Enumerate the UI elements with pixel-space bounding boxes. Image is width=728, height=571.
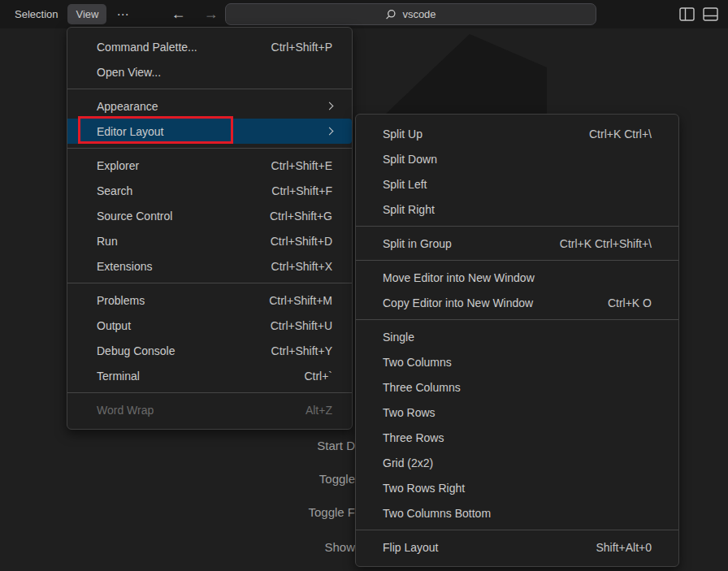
submenu-item-copy-editor-into-new-window[interactable]: Copy Editor into New Window Ctrl+K O xyxy=(356,290,678,315)
menu-item-label: Three Columns xyxy=(383,381,461,394)
menu-item-explorer[interactable]: Explorer Ctrl+Shift+E xyxy=(67,153,352,178)
menu-item-label: Two Columns Bottom xyxy=(383,507,491,520)
menu-item-shortcut: Ctrl+Shift+U xyxy=(271,319,332,332)
chevron-right-icon xyxy=(326,102,334,110)
vscode-logo-watermark xyxy=(349,28,552,114)
submenu-item-two-rows[interactable]: Two Rows xyxy=(356,400,678,425)
menu-separator xyxy=(356,530,678,530)
menu-separator xyxy=(67,283,352,283)
submenu-item-split-up[interactable]: Split Up Ctrl+K Ctrl+\ xyxy=(356,121,678,146)
chevron-right-icon xyxy=(326,128,334,136)
menu-item-shortcut: Ctrl+K O xyxy=(608,296,652,309)
search-icon xyxy=(385,9,396,20)
menubar-more-icon[interactable]: ⋯ xyxy=(108,3,137,26)
menu-separator xyxy=(356,260,678,261)
submenu-item-split-in-group[interactable]: Split in Group Ctrl+K Ctrl+Shift+\ xyxy=(356,231,678,256)
menu-separator xyxy=(67,89,352,89)
menubar-item-view[interactable]: View xyxy=(67,4,106,24)
menu-item-problems[interactable]: Problems Ctrl+Shift+M xyxy=(67,288,352,313)
menu-item-shortcut: Ctrl+Shift+M xyxy=(269,294,332,307)
menu-separator xyxy=(356,226,678,227)
submenu-item-three-columns[interactable]: Three Columns xyxy=(356,374,678,400)
menu-item-shortcut: Ctrl+K Ctrl+\ xyxy=(589,128,652,141)
menu-item-extensions[interactable]: Extensions Ctrl+Shift+X xyxy=(67,253,352,279)
menu-item-source-control[interactable]: Source Control Ctrl+Shift+G xyxy=(67,203,352,228)
menu-item-label: Flip Layout xyxy=(383,541,438,554)
menu-item-label: Grid (2x2) xyxy=(383,456,433,469)
submenu-item-three-rows[interactable]: Three Rows xyxy=(356,425,678,450)
menu-item-label: Source Control xyxy=(97,210,172,223)
submenu-item-two-columns[interactable]: Two Columns xyxy=(356,349,678,374)
background-text-show: Show xyxy=(324,540,355,554)
menu-item-label: Single xyxy=(383,331,414,344)
menu-item-label: Open View... xyxy=(97,66,161,79)
menu-item-editor-layout[interactable]: Editor Layout xyxy=(67,119,352,144)
menu-item-label: Two Rows xyxy=(383,406,436,419)
menu-item-label: Terminal xyxy=(97,370,140,383)
submenu-item-move-editor-into-new-window[interactable]: Move Editor into New Window xyxy=(356,265,678,290)
navigate-forward-icon[interactable]: → xyxy=(194,6,227,23)
menu-item-label: Split Up xyxy=(383,128,422,141)
submenu-item-two-columns-bottom[interactable]: Two Columns Bottom xyxy=(356,500,678,526)
menu-item-label: Debug Console xyxy=(97,344,176,357)
submenu-item-grid-2x2[interactable]: Grid (2x2) xyxy=(356,450,678,475)
menu-item-label: Move Editor into New Window xyxy=(383,271,535,284)
menu-item-label: Copy Editor into New Window xyxy=(383,296,533,309)
background-text-start-debugging: Start D xyxy=(317,439,355,452)
navigate-back-icon[interactable]: ← xyxy=(162,6,194,23)
background-text-toggle-f: Toggle F xyxy=(308,505,355,519)
menu-item-shortcut: Ctrl+Shift+D xyxy=(271,235,332,248)
menu-item-shortcut: Ctrl+` xyxy=(304,370,332,383)
menu-item-shortcut: Ctrl+Shift+X xyxy=(271,260,332,273)
menu-item-label: Split in Group xyxy=(383,237,452,250)
menu-item-shortcut: Ctrl+Shift+Y xyxy=(271,344,332,357)
search-value: vscode xyxy=(402,8,436,20)
submenu-item-single[interactable]: Single xyxy=(356,324,678,349)
menu-item-shortcut: Ctrl+Shift+G xyxy=(270,210,332,223)
menu-item-label: Three Rows xyxy=(383,431,444,444)
menu-item-debug-console[interactable]: Debug Console Ctrl+Shift+Y xyxy=(67,338,352,363)
menu-item-word-wrap[interactable]: Word Wrap Alt+Z xyxy=(67,397,352,422)
menu-item-label: Output xyxy=(97,319,131,332)
menu-item-open-view[interactable]: Open View... xyxy=(67,59,352,84)
menu-item-appearance[interactable]: Appearance xyxy=(67,93,352,119)
editor-layout-submenu: Split Up Ctrl+K Ctrl+\ Split Down Split … xyxy=(355,114,679,567)
menu-item-shortcut: Ctrl+Shift+F xyxy=(271,184,332,197)
menu-separator xyxy=(67,148,352,149)
menu-item-shortcut: Shift+Alt+0 xyxy=(596,541,652,554)
submenu-item-flip-layout[interactable]: Flip Layout Shift+Alt+0 xyxy=(356,534,678,560)
menu-item-run[interactable]: Run Ctrl+Shift+D xyxy=(67,228,352,253)
menu-item-label: Problems xyxy=(97,294,145,307)
menu-item-label: Search xyxy=(97,184,132,197)
menu-separator xyxy=(356,319,678,320)
menu-item-label: Run xyxy=(97,235,118,248)
menu-item-shortcut: Ctrl+K Ctrl+Shift+\ xyxy=(560,237,652,250)
menu-item-terminal[interactable]: Terminal Ctrl+` xyxy=(67,363,352,388)
menu-item-label: Extensions xyxy=(97,260,152,273)
menu-item-label: Two Columns xyxy=(383,356,452,369)
title-bar: Selection View ⋯ ← → vscode xyxy=(0,0,728,28)
menu-item-label: Command Palette... xyxy=(97,41,197,54)
layout-sidebar-icon[interactable] xyxy=(679,7,695,21)
view-menu-dropdown: Command Palette... Ctrl+Shift+P Open Vie… xyxy=(67,27,353,430)
menu-item-label: Editor Layout xyxy=(97,125,164,138)
menu-item-label: Explorer xyxy=(97,159,139,172)
layout-panel-icon[interactable] xyxy=(703,7,718,21)
menu-item-shortcut: Ctrl+Shift+P xyxy=(271,41,332,54)
menubar-item-selection[interactable]: Selection xyxy=(6,4,66,24)
menu-item-shortcut: Ctrl+Shift+E xyxy=(271,159,332,172)
submenu-item-split-left[interactable]: Split Left xyxy=(356,171,678,197)
submenu-item-split-down[interactable]: Split Down xyxy=(356,146,678,171)
menu-item-search[interactable]: Search Ctrl+Shift+F xyxy=(67,178,352,203)
menu-item-label: Split Left xyxy=(383,178,427,191)
command-center-search[interactable]: vscode xyxy=(225,3,596,25)
submenu-item-split-right[interactable]: Split Right xyxy=(356,197,678,222)
menu-item-label: Two Rows Right xyxy=(383,482,465,495)
menu-item-output[interactable]: Output Ctrl+Shift+U xyxy=(67,313,352,338)
menu-item-label: Appearance xyxy=(97,100,158,113)
menu-item-shortcut: Alt+Z xyxy=(306,404,332,417)
menu-item-command-palette[interactable]: Command Palette... Ctrl+Shift+P xyxy=(67,34,352,59)
submenu-item-two-rows-right[interactable]: Two Rows Right xyxy=(356,475,678,500)
menu-separator xyxy=(67,392,352,393)
menu-item-label: Word Wrap xyxy=(97,404,154,417)
